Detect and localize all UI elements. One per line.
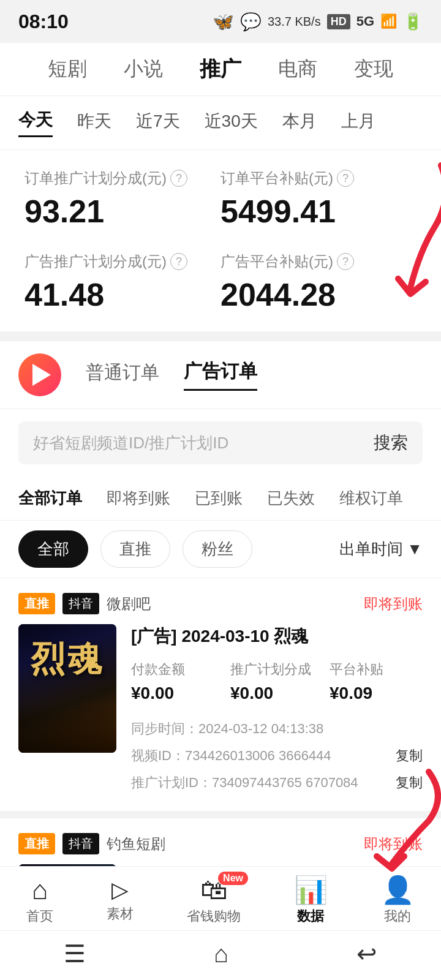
sub-btn-fans[interactable]: 粉丝 <box>183 530 252 568</box>
search-bar[interactable]: 好省短剧频道ID/推广计划ID 搜索 <box>18 421 423 464</box>
order-card-2-header: 直推 抖音 钓鱼短剧 即将到账 <box>18 833 423 854</box>
signal-icon: 📶 <box>380 13 397 29</box>
top-nav: 短剧 小说 推广 电商 变现 <box>0 43 441 96</box>
platform-logo <box>18 353 61 396</box>
date-filter: 今天 昨天 近7天 近30天 本月 上月 <box>0 96 441 150</box>
sub-filter-left: 全部 直推 粉丝 <box>18 530 252 568</box>
order-meta-1: 同步时间：2024-03-12 04:13:38 视频ID：7344260130… <box>131 715 423 796</box>
search-placeholder-text: 好省短剧频道ID/推广计划ID <box>33 432 228 454</box>
tab-normal-order[interactable]: 普通订单 <box>86 360 159 390</box>
stat-value-ad-plan: 41.48 <box>24 276 221 313</box>
battery-icon: 🔋 <box>403 12 423 31</box>
amount-value-1: ¥0.00 <box>131 684 224 703</box>
tag-zhitui-2: 直推 <box>18 833 55 854</box>
stat-value-ad-subsidy: 2044.28 <box>221 276 417 313</box>
home-btn-icon[interactable]: ⌂ <box>214 940 228 968</box>
bottom-nav: ⌂ 首页 ▷ 素材 🛍 New 省钱购物 📊 数据 👤 我的 ☰ ⌂ ↩ <box>0 866 441 980</box>
filter-incoming[interactable]: 即将到账 <box>107 483 170 514</box>
stat-value-order-plan: 93.21 <box>24 193 221 230</box>
order-details-1: [广告] 2024-03-10 烈魂 付款金额 ¥0.00 推广计划分成 ¥0.… <box>131 624 423 796</box>
tag-platform-2: 钓鱼短剧 <box>107 834 165 854</box>
status-icons: 🦋 💬 33.7 KB/s HD 5G 📶 🔋 <box>213 12 423 32</box>
status-bar: 08:10 🦋 💬 33.7 KB/s HD 5G 📶 🔋 <box>0 0 441 43</box>
bottom-nav-items: ⌂ 首页 ▷ 素材 🛍 New 省钱购物 📊 数据 👤 我的 <box>0 867 441 930</box>
mine-icon: 👤 <box>381 876 415 903</box>
nav-duanju[interactable]: 短剧 <box>48 56 87 83</box>
nav-dianshang[interactable]: 电商 <box>278 56 317 83</box>
order-content-1: 烈魂 [广告] 2024-03-10 烈魂 付款金额 ¥0.00 推广计划分成 … <box>18 624 423 796</box>
chevron-down-icon: ▼ <box>407 540 423 559</box>
video-id-row-1: 视频ID：734426013006 3666444 复制 <box>131 742 423 769</box>
play-icon <box>32 364 51 386</box>
date-thismonth[interactable]: 本月 <box>282 110 317 137</box>
order-card-1-header: 直推 抖音 微剧吧 即将到账 <box>18 593 423 614</box>
nav-tuiguang[interactable]: 推广 <box>200 55 241 83</box>
date-30days[interactable]: 近30天 <box>205 110 258 137</box>
network-speed: 33.7 KB/s <box>268 15 321 29</box>
nav-tab-data[interactable]: 📊 数据 <box>294 876 328 925</box>
date-yesterday[interactable]: 昨天 <box>77 110 111 137</box>
amount-col-1: 付款金额 ¥0.00 <box>131 660 224 703</box>
wechat-icon: 💬 <box>240 12 262 32</box>
filter-tabs: 全部订单 即将到账 已到账 已失效 维权订单 <box>0 477 441 521</box>
copy-video-id-1[interactable]: 复制 <box>396 747 423 765</box>
order-amounts-1: 付款金额 ¥0.00 推广计划分成 ¥0.00 平台补贴 ¥0.09 <box>131 660 423 703</box>
nav-biànxian[interactable]: 变现 <box>354 56 393 83</box>
order-title-1: [广告] 2024-03-10 烈魂 <box>131 624 423 648</box>
tab-ad-order[interactable]: 广告订单 <box>184 359 257 391</box>
data-icon: 📊 <box>294 876 328 903</box>
sub-btn-all[interactable]: 全部 <box>18 530 88 568</box>
filter-all[interactable]: 全部订单 <box>18 483 82 514</box>
tag-zhitui-1: 直推 <box>18 593 55 614</box>
stat-value-order-subsidy: 5499.41 <box>221 193 417 230</box>
nav-tab-material[interactable]: ▷ 素材 <box>107 879 134 923</box>
copy-plan-id-1[interactable]: 复制 <box>396 774 423 792</box>
status-badge-1: 即将到账 <box>364 594 423 614</box>
nav-tab-home-label: 首页 <box>26 907 53 925</box>
nav-tab-material-label: 素材 <box>107 905 134 923</box>
plan-id-row-1: 推广计划ID：734097443765 6707084 复制 <box>131 769 423 796</box>
stats-section: 订单推广计划分成(元) ? 93.21 订单平台补贴(元) ? 5499.41 … <box>0 150 441 331</box>
nav-tab-mine-label: 我的 <box>384 907 411 925</box>
nav-tab-mine[interactable]: 👤 我的 <box>381 876 415 925</box>
order-image-1: 烈魂 <box>18 624 116 753</box>
bottom-actions: ☰ ⌂ ↩ <box>0 930 441 980</box>
status-badge-2: 即将到账 <box>364 834 423 854</box>
date-7days[interactable]: 近7天 <box>136 110 180 137</box>
menu-icon[interactable]: ☰ <box>64 940 86 968</box>
tag-douyin-1: 抖音 <box>62 593 99 614</box>
filter-arrived[interactable]: 已到账 <box>195 483 243 514</box>
subsidy-value-1: ¥0.09 <box>330 684 423 703</box>
order-card-1: 直推 抖音 微剧吧 即将到账 烈魂 [广告] 2024-03-10 烈魂 <box>0 578 441 818</box>
date-today[interactable]: 今天 <box>18 108 53 137</box>
share-col-1: 推广计划分成 ¥0.00 <box>230 660 323 703</box>
sort-button[interactable]: 出单时间 ▼ <box>339 538 423 560</box>
help-icon-3[interactable]: ? <box>170 253 187 270</box>
home-icon: ⌂ <box>32 876 48 903</box>
filter-dispute[interactable]: 维权订单 <box>339 483 403 514</box>
share-value-1: ¥0.00 <box>230 684 323 703</box>
nav-tab-home[interactable]: ⌂ 首页 <box>26 876 53 925</box>
status-time: 08:10 <box>18 10 69 33</box>
nav-tab-shop[interactable]: 🛍 New 省钱购物 <box>187 876 241 925</box>
nav-tab-shop-label: 省钱购物 <box>187 907 241 925</box>
nav-tab-data-label: 数据 <box>297 907 324 925</box>
material-icon: ▷ <box>111 879 129 901</box>
help-icon-4[interactable]: ? <box>337 253 354 270</box>
filter-expired[interactable]: 已失效 <box>267 483 315 514</box>
5g-badge: 5G <box>356 13 374 29</box>
sync-time-row-1: 同步时间：2024-03-12 04:13:38 <box>131 715 423 742</box>
nav-xiaoshuo[interactable]: 小说 <box>124 56 163 83</box>
stat-order-platform-subsidy: 订单平台补贴(元) ? 5499.41 <box>221 168 417 230</box>
help-icon-2[interactable]: ? <box>337 170 354 187</box>
date-lastmonth[interactable]: 上月 <box>341 110 375 137</box>
hd-badge: HD <box>327 14 350 29</box>
back-icon[interactable]: ↩ <box>356 940 377 968</box>
stat-order-plan-share: 订单推广计划分成(元) ? 93.21 <box>24 168 221 230</box>
sub-filter: 全部 直推 粉丝 出单时间 ▼ <box>0 521 441 578</box>
stat-ad-platform-subsidy: 广告平台补贴(元) ? 2044.28 <box>221 252 417 313</box>
subsidy-col-1: 平台补贴 ¥0.09 <box>330 660 423 703</box>
sub-btn-zhitui[interactable]: 直推 <box>100 530 170 568</box>
search-button[interactable]: 搜索 <box>374 431 408 454</box>
help-icon-1[interactable]: ? <box>170 170 187 187</box>
